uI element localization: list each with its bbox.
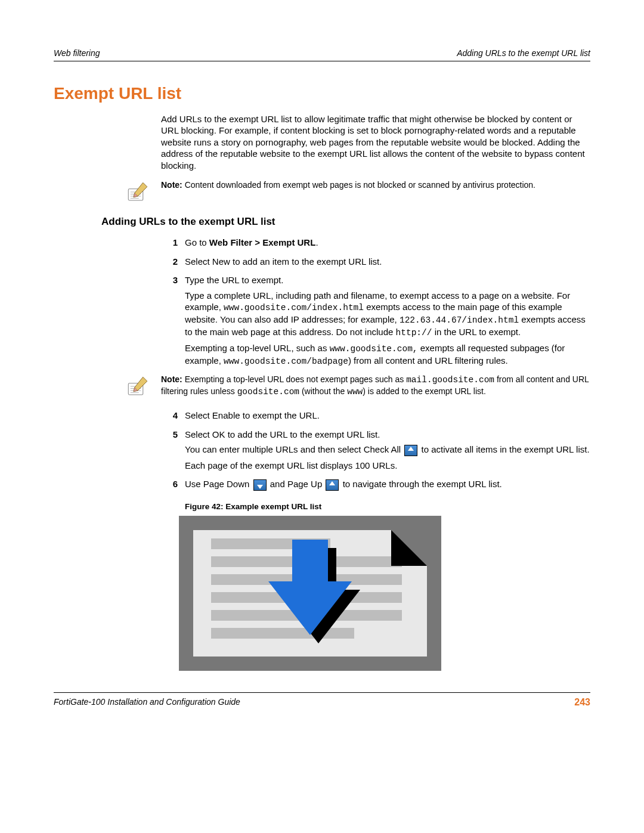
code-ip-index: 122.63.44.67/index.html [400,315,519,325]
step-5-num: 5 [161,429,185,475]
step-6-body: Use Page Down and Page Up to navigate th… [185,478,590,494]
note-2-prefix: Note: [161,374,182,384]
code-mail-goodsite: mail.goodsite.com [406,375,494,385]
pencil-note-icon [125,179,150,205]
page-footer: FortiGate-100 Installation and Configura… [54,696,590,709]
note-icon [54,179,161,205]
figure-caption: Figure 42: Example exempt URL list [185,501,590,512]
note-2: Note: Exempting a top-level URL does not… [54,374,590,399]
step-2: 2 Select New to add an item to the exemp… [161,256,590,271]
svg-marker-11 [268,540,352,635]
code-goodsite: www.goodsite.com, [330,344,418,354]
note-1: Note: Content downloaded from exempt web… [54,179,590,205]
subheading: Adding URLs to the exempt URL list [101,215,590,228]
page-down-icon [253,479,267,491]
step-5-line1: Select OK to add the URL to the exempt U… [185,429,590,441]
step-3-body: Type the URL to exempt. Type a complete … [185,274,590,370]
intro-paragraph: Add URLs to the exempt URL list to allow… [161,113,590,172]
step-5-p2: Each page of the exempt URL list display… [185,460,590,472]
note-2-text: Note: Exempting a top-level URL does not… [161,374,590,398]
footer-rule [54,692,590,693]
header-left: Web filtering [54,48,100,58]
step-6-text: Use Page Down and Page Up to navigate th… [185,478,590,491]
code-www: www [347,387,363,397]
figure-inner [193,530,427,657]
header-rule [54,61,590,61]
step-5-p1: You can enter multiple URLs and then sel… [185,444,590,456]
page-up-icon [326,479,339,491]
code-http: http:// [396,328,432,337]
note-1-text: Note: Content downloaded from exempt web… [161,179,590,190]
step-2-text: Select New to add an item to the exempt … [185,256,590,268]
step-1: 1 Go to Web Filter > Exempt URL. [161,237,590,252]
step-6: 6 Use Page Down and Page Up to navigate … [161,478,590,494]
note-1-prefix: Note: [161,180,182,190]
section-title: Exempt URL list [54,83,590,104]
page-number: 243 [574,696,590,709]
step-4-text: Select Enable to exempt the URL. [185,410,590,422]
pencil-note-icon [125,374,150,399]
step-4-num: 4 [161,410,185,425]
step-4-body: Select Enable to exempt the URL. [185,410,590,425]
code-goodsite-badpage: www.goodsite.com/badpage [224,357,348,366]
step-5: 5 Select OK to add the URL to the exempt… [161,429,590,475]
note-1-body: Content downloaded from exempt web pages… [182,180,535,190]
step-1-pre: Go to [185,237,209,247]
step-3-p1: Type a complete URL, including path and … [185,290,590,339]
code-goodsite-com: goodsite.com [237,387,299,397]
step-5-body: Select OK to add the URL to the exempt U… [185,429,590,475]
code-goodsite-index: www.goodsite.com/index.html [224,303,364,312]
footer-left: FortiGate-100 Installation and Configura… [54,696,240,709]
step-6-num: 6 [161,478,185,494]
step-1-num: 1 [161,237,185,252]
note-2-icon [54,374,161,399]
step-3-num: 3 [161,274,185,370]
page-header: Web filtering Adding URLs to the exempt … [54,48,590,58]
step-1-bold: Web Filter > Exempt URL [209,237,316,247]
step-2-body: Select New to add an item to the exempt … [185,256,590,271]
step-1-post: . [315,237,318,247]
step-2-num: 2 [161,256,185,271]
step-1-body: Go to Web Filter > Exempt URL. [185,237,590,252]
header-right: Adding URLs to the exempt URL list [457,48,590,58]
step-3: 3 Type the URL to exempt. Type a complet… [161,274,590,370]
step-3-line1: Type the URL to exempt. [185,274,590,286]
check-all-icon [404,445,417,456]
figure-example-exempt-url-list [179,516,441,671]
step-3-p2: Exempting a top-level URL, such as www.g… [185,342,590,367]
step-4: 4 Select Enable to exempt the URL. [161,410,590,425]
